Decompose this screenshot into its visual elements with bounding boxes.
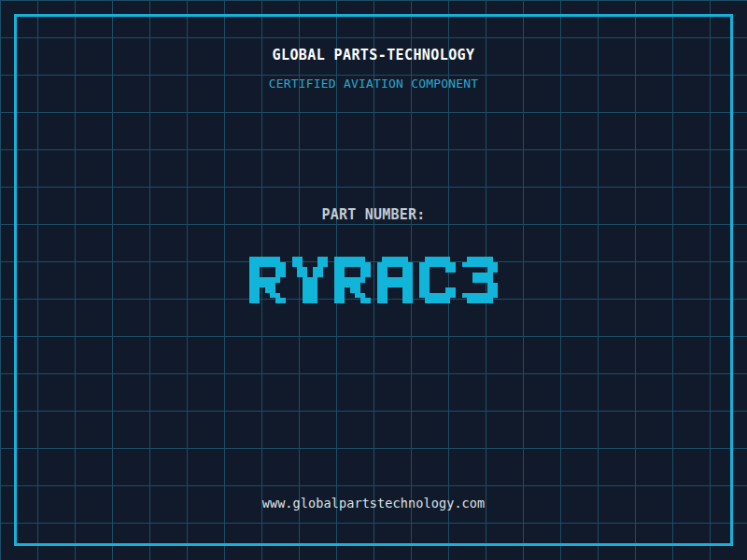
part-number-value [0, 257, 747, 303]
certification-label: CERTIFIED AVIATION COMPONENT [0, 77, 747, 91]
website-url: www.globalpartstechnology.com [0, 496, 747, 511]
certificate-page: GLOBAL PARTS-TECHNOLOGY CERTIFIED AVIATI… [0, 0, 747, 560]
company-name: GLOBAL PARTS-TECHNOLOGY [0, 47, 747, 63]
part-number-label: PART NUMBER: [0, 206, 747, 223]
